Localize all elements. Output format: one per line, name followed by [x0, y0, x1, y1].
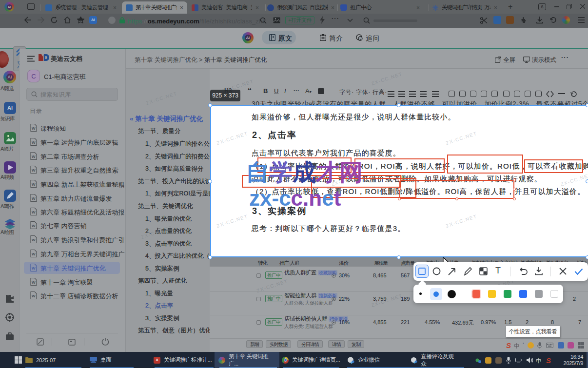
svg-text:W: W: [32, 155, 36, 159]
svg-text:W: W: [32, 294, 36, 298]
svg-text:W: W: [32, 196, 36, 201]
svg-text:W: W: [32, 168, 36, 173]
svg-text:W: W: [32, 224, 36, 228]
svg-text:W: W: [32, 266, 36, 271]
svg-text:W: W: [32, 126, 36, 131]
svg-text:W: W: [32, 280, 36, 285]
svg-text:W: W: [32, 238, 36, 242]
svg-text:W: W: [32, 182, 36, 187]
svg-text:W: W: [32, 252, 36, 256]
svg-text:W: W: [32, 140, 36, 145]
svg-text:W: W: [32, 210, 36, 214]
